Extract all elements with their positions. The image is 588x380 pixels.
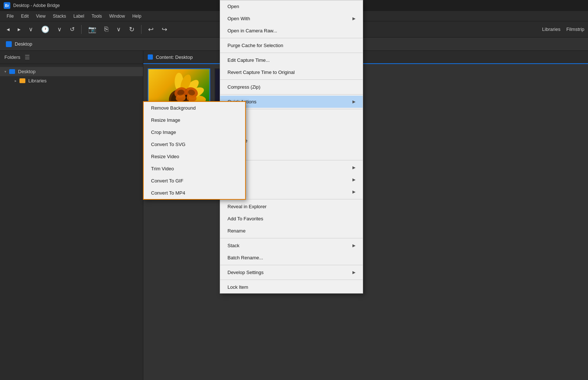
ctx-purge-cache[interactable]: Purge Cache for Selection	[220, 39, 363, 52]
ctx-reveal-explorer[interactable]: Reveal in Explorer	[220, 200, 363, 213]
sidebar-item-label-libraries: Libraries	[28, 78, 47, 84]
ctx-purge-cache-label: Purge Cache for Selection	[227, 43, 283, 48]
ctx-open-camera-raw[interactable]: Open in Camera Raw...	[220, 25, 363, 37]
menu-window[interactable]: Window	[106, 12, 128, 20]
ctx-reveal-explorer-label: Reveal in Explorer	[227, 204, 266, 209]
content-header-icon	[148, 54, 153, 60]
submenu-remove-background-label: Remove Background	[151, 105, 196, 111]
sidebar-menu-icon[interactable]: ☰	[25, 54, 30, 61]
ctx-batch-rename-label: Batch Rename...	[227, 255, 263, 260]
menu-help[interactable]: Help	[129, 12, 144, 20]
quick-actions-submenu: Remove Background Resize Image Crop Imag…	[143, 101, 246, 200]
ctx-open-label: Open	[227, 4, 239, 9]
toolbar-right: Libraries Filmstrip	[542, 26, 584, 32]
ctx-copy-to-arrow: ▶	[352, 177, 355, 182]
path-folder-icon	[6, 41, 12, 47]
submenu-remove-background[interactable]: Remove Background	[144, 102, 245, 114]
menu-file[interactable]: File	[4, 12, 17, 20]
ctx-separator-4	[220, 94, 363, 95]
copy-button[interactable]: ⎘	[101, 24, 111, 35]
submenu-trim-video[interactable]: Trim Video	[144, 163, 245, 175]
ctx-separator-2	[220, 53, 363, 53]
redo-button[interactable]: ↪	[159, 24, 170, 35]
ctx-open-with-label: Open With	[227, 16, 250, 21]
submenu-resize-image-label: Resize Image	[151, 117, 180, 123]
history-button[interactable]: 🕐	[38, 24, 52, 35]
filmstrip-panel-btn[interactable]: Filmstrip	[566, 26, 584, 32]
chevron-down-icon: ▾	[4, 70, 6, 74]
content-area: Content: Desktop	[143, 51, 588, 380]
ctx-develop-settings[interactable]: Develop Settings ▶	[220, 266, 363, 278]
ctx-open-with[interactable]: Open With ▶	[220, 13, 363, 25]
ctx-quick-actions-arrow: ▶	[352, 99, 355, 104]
ctx-separator-1	[220, 38, 363, 38]
ctx-open-camera-raw-label: Open in Camera Raw...	[227, 28, 277, 33]
app-logo: Br	[4, 2, 10, 9]
copy-dropdown[interactable]: ∨	[114, 24, 124, 35]
ctx-compress-label: Compress (Zip)	[227, 84, 261, 90]
submenu-convert-mp4-label: Convert To MP4	[151, 190, 185, 196]
ctx-batch-rename[interactable]: Batch Rename...	[220, 252, 363, 264]
sidebar-item-label-desktop: Desktop	[18, 69, 36, 74]
submenu-convert-svg-label: Convert To SVG	[151, 142, 186, 147]
back-button[interactable]: ◂	[4, 24, 12, 35]
ctx-edit-capture-time[interactable]: Edit Capture Time...	[220, 54, 363, 66]
ctx-add-favorites[interactable]: Add To Favorites	[220, 213, 363, 225]
camera-button[interactable]: 📷	[85, 24, 99, 35]
ctx-stack-arrow: ▶	[352, 243, 355, 248]
submenu-convert-gif[interactable]: Convert To GIF	[144, 175, 245, 187]
ctx-develop-settings-label: Develop Settings	[227, 270, 263, 275]
rotate-ccw-button[interactable]: ↺	[67, 24, 78, 35]
content-header: Content: Desktop	[143, 51, 588, 64]
ctx-develop-settings-arrow: ▶	[352, 270, 355, 275]
path-label: Desktop	[15, 41, 32, 47]
sidebar: Folders ☰ ▾ Desktop ▸ Libraries	[0, 51, 143, 380]
submenu-resize-video[interactable]: Resize Video	[144, 150, 245, 163]
ctx-move-to-arrow: ▶	[352, 165, 355, 170]
submenu-resize-video-label: Resize Video	[151, 154, 179, 159]
dropdown-button[interactable]: ∨	[26, 24, 36, 35]
menu-label[interactable]: Label	[71, 12, 87, 20]
ctx-compress[interactable]: Compress (Zip)	[220, 81, 363, 93]
menu-tools[interactable]: Tools	[89, 12, 105, 20]
submenu-trim-video-label: Trim Video	[151, 166, 174, 171]
toolbar-divider-1	[81, 25, 82, 34]
desktop-folder-icon	[9, 69, 15, 74]
sidebar-item-desktop[interactable]: ▾ Desktop	[0, 67, 143, 76]
libraries-folder-icon	[19, 78, 25, 83]
forward-button[interactable]: ▸	[15, 24, 24, 35]
ctx-lock-item[interactable]: Lock Item	[220, 281, 363, 293]
submenu-resize-image[interactable]: Resize Image	[144, 114, 245, 126]
ctx-separator-10	[220, 280, 363, 280]
history-dropdown[interactable]: ∨	[54, 24, 65, 35]
refresh-button[interactable]: ↻	[126, 24, 137, 35]
submenu-crop-image[interactable]: Crop Image	[144, 126, 245, 138]
sidebar-header: Folders ☰	[0, 51, 143, 64]
submenu-convert-mp4[interactable]: Convert To MP4	[144, 187, 245, 199]
ctx-add-favorites-label: Add To Favorites	[227, 216, 263, 221]
content-header-text: Content: Desktop	[156, 54, 193, 60]
menu-stacks[interactable]: Stacks	[50, 12, 69, 20]
submenu-convert-gif-label: Convert To GIF	[151, 178, 183, 184]
menu-view[interactable]: View	[33, 12, 49, 20]
sidebar-content: ▾ Desktop ▸ Libraries	[0, 64, 143, 88]
ctx-rename-label: Rename	[227, 228, 245, 234]
ctx-stack[interactable]: Stack ▶	[220, 239, 363, 252]
ctx-separator-9	[220, 265, 363, 265]
ctx-stack-label: Stack	[227, 243, 240, 248]
ctx-rename[interactable]: Rename	[220, 225, 363, 237]
sidebar-title: Folders	[4, 54, 20, 60]
submenu-crop-image-label: Crop Image	[151, 129, 176, 135]
ctx-edit-capture-time-label: Edit Capture Time...	[227, 57, 270, 63]
ctx-revert-capture-time-label: Revert Capture Time to Original	[227, 70, 295, 75]
ctx-lock-item-label: Lock Item	[227, 284, 248, 290]
ctx-open-with-arrow: ▶	[352, 16, 355, 21]
ctx-separator-8	[220, 238, 363, 238]
undo-button[interactable]: ↩	[145, 24, 157, 35]
ctx-revert-capture-time[interactable]: Revert Capture Time to Original	[220, 66, 363, 78]
menu-edit[interactable]: Edit	[18, 12, 32, 20]
ctx-open[interactable]: Open	[220, 0, 363, 13]
submenu-convert-svg[interactable]: Convert To SVG	[144, 138, 245, 150]
sidebar-item-libraries[interactable]: ▸ Libraries	[0, 76, 143, 85]
libraries-panel-btn[interactable]: Libraries	[542, 26, 560, 32]
